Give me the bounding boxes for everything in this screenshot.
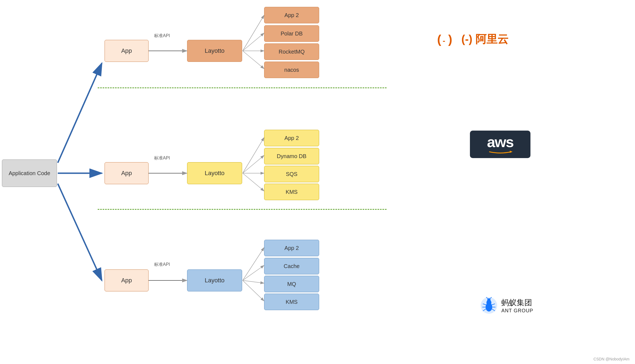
aws-arrow-icon <box>488 149 513 154</box>
app-box-top: App <box>105 40 149 62</box>
layotto-box-middle: Layotto <box>187 162 242 184</box>
ant-english-text: ANT GROUP <box>501 308 533 314</box>
service-box-bot-4: KMS <box>264 294 319 310</box>
api-label-bottom: 标准API <box>154 262 170 268</box>
service-box-mid-3: SQS <box>264 166 319 182</box>
service-box-bot-2: Cache <box>264 258 319 274</box>
service-box-top-1: App 2 <box>264 7 319 23</box>
svg-line-13 <box>243 173 264 191</box>
service-box-top-2: Polar DB <box>264 25 319 42</box>
service-box-mid-4: KMS <box>264 184 319 200</box>
aliyun-icon: ( - ) <box>437 32 459 46</box>
svg-line-18 <box>243 280 264 283</box>
svg-text:(: ( <box>437 32 441 46</box>
dashed-line-2 <box>98 209 387 210</box>
svg-line-4 <box>243 15 264 51</box>
app-code-label: Application Code <box>9 170 50 177</box>
aws-text: aws <box>487 134 513 149</box>
dashed-line-1 <box>98 87 387 88</box>
svg-marker-23 <box>510 151 513 153</box>
ant-chinese-text: 蚂蚁集团 <box>501 297 533 308</box>
svg-line-11 <box>243 155 264 173</box>
app-box-bottom: App <box>105 269 149 291</box>
layotto-box-bottom: Layotto <box>187 269 242 291</box>
api-label-top: 标准API <box>154 33 170 39</box>
app-box-middle: App <box>105 162 149 184</box>
svg-text:): ) <box>448 32 452 46</box>
svg-text:-: - <box>443 37 445 45</box>
aliyun-text: (-) 阿里云 <box>461 32 508 47</box>
ant-group-logo: 蚂蚁集团 ANT GROUP <box>480 297 533 315</box>
svg-line-2 <box>58 63 102 163</box>
service-box-top-3: RocketMQ <box>264 43 319 60</box>
service-box-top-4: nacos <box>264 62 319 78</box>
layotto-box-top: Layotto <box>187 40 242 62</box>
svg-line-10 <box>243 137 264 173</box>
api-label-middle: 标准API <box>154 155 170 161</box>
watermark: CSDN @NobodyIAm <box>593 357 629 361</box>
svg-line-17 <box>243 265 264 280</box>
app-code-box: Application Code <box>2 159 57 187</box>
svg-line-19 <box>243 280 264 301</box>
service-box-mid-2: Dynamo DB <box>264 148 319 164</box>
svg-line-14 <box>58 184 102 280</box>
diagram-container: Application Code App 标准API Layotto App 2… <box>0 0 635 364</box>
svg-line-16 <box>243 247 264 280</box>
svg-line-5 <box>243 33 264 51</box>
aliyun-logo: ( - ) (-) 阿里云 <box>437 32 508 47</box>
ant-group-text: 蚂蚁集团 ANT GROUP <box>501 297 533 314</box>
service-box-bot-1: App 2 <box>264 240 319 256</box>
aws-logo: aws <box>470 131 530 158</box>
service-box-mid-1: App 2 <box>264 130 319 146</box>
svg-line-7 <box>243 51 264 69</box>
service-box-bot-3: MQ <box>264 276 319 292</box>
ant-group-icon <box>480 297 498 315</box>
